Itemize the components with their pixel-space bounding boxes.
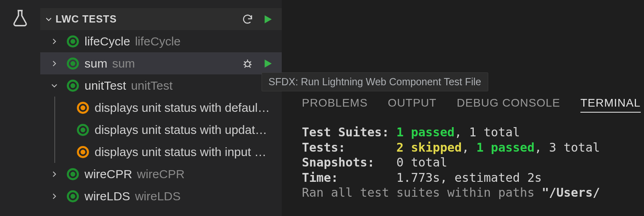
test-case[interactable]: displays unit status with updat… [40,119,282,141]
t-line5-a: Ran all test suites within paths [302,185,542,200]
test-suite-unittest[interactable]: unitTest unitTest [40,74,282,97]
panel-tabs: PROBLEMS OUTPUT DEBUG CONSOLE TERMINAL [302,97,644,117]
run-all-icon[interactable] [259,11,276,28]
status-pass-icon [67,58,79,70]
tooltip: SFDX: Run Lightning Web Component Test F… [262,72,488,91]
chevron-down-icon [42,12,56,26]
test-label: displays unit status with input … [95,145,266,159]
suite-name: wireLDS [85,189,130,203]
test-sidebar: LWC TESTS lifeCycle lifeCycle sum sum [40,0,282,216]
suite-name: sum [85,57,107,70]
svg-marker-2 [265,60,272,68]
test-suite-sum[interactable]: sum sum [40,52,282,74]
test-label: displays unit status with defaul… [95,101,270,115]
test-case[interactable]: displays unit status with defaul… [40,97,282,119]
tab-debug-console[interactable]: DEBUG CONSOLE [457,97,560,113]
panel-title: LWC TESTS [56,13,117,25]
t-line5-b: "/Users/ [542,185,600,200]
activity-bar [0,0,40,216]
t-line2-rest: , 3 total [535,140,600,154]
svg-marker-0 [265,15,272,23]
t-line1-passed: 1 passed [396,125,455,139]
suite-name: lifeCycle [85,35,130,48]
t-line1-rest: , 1 total [454,125,520,139]
status-skipped-icon [77,102,89,114]
t-line2-label: Tests: [302,140,396,154]
status-skipped-icon [77,146,89,158]
tab-problems[interactable]: PROBLEMS [302,97,368,113]
test-suite-wirelds[interactable]: wireLDS wireLDS [40,185,282,207]
suite-desc: wireCPR [137,167,184,181]
status-pass-icon [77,124,89,136]
t-line3-label: Snapshots: [302,155,396,169]
t-line3-rest: 0 total [396,155,447,169]
suite-desc: lifeCycle [135,35,180,48]
chevron-right-icon [47,35,61,48]
status-pass-icon [67,168,79,180]
tree-guide [54,119,55,141]
suite-name: wireCPR [85,167,132,181]
refresh-icon[interactable] [239,11,256,28]
test-label: displays unit status with updat… [95,123,267,137]
t-line2-passed: 1 passed [477,140,535,154]
chevron-right-icon [47,57,61,70]
beaker-icon[interactable] [10,8,30,28]
status-pass-icon [67,80,79,92]
tab-output[interactable]: OUTPUT [388,97,437,113]
suite-desc: wireLDS [135,189,180,203]
editor-area: SFDX: Run Lightning Web Component Test F… [282,0,644,216]
t-line4-label: Time: [302,171,396,185]
tree-guide [54,97,55,119]
chevron-right-icon [47,189,61,203]
t-line2-sep: , [462,140,476,154]
terminal-output[interactable]: Test Suites: 1 passed, 1 total Tests: 2 … [302,117,644,200]
t-line4-rest: 1.773s, estimated 2s [396,171,542,185]
tab-terminal[interactable]: TERMINAL [580,97,641,113]
suite-name: unitTest [85,79,126,93]
suite-desc: sum [112,57,135,70]
bottom-panel: PROBLEMS OUTPUT DEBUG CONSOLE TERMINAL T… [302,97,644,216]
tree-guide [54,141,55,163]
t-line1-label: Test Suites: [302,125,396,139]
t-line2-skipped: 2 skipped [396,140,462,154]
suite-desc: unitTest [131,79,172,93]
chevron-right-icon [47,167,61,181]
panel-header[interactable]: LWC TESTS [40,8,282,30]
test-suite-lifecycle[interactable]: lifeCycle lifeCycle [40,30,282,52]
test-case[interactable]: displays unit status with input … [40,141,282,163]
status-pass-icon [67,35,79,47]
test-suite-wirecpr[interactable]: wireCPR wireCPR [40,163,282,185]
chevron-down-icon [47,79,61,93]
run-icon[interactable] [259,55,276,72]
debug-icon[interactable] [239,55,256,72]
status-pass-icon [67,190,79,202]
